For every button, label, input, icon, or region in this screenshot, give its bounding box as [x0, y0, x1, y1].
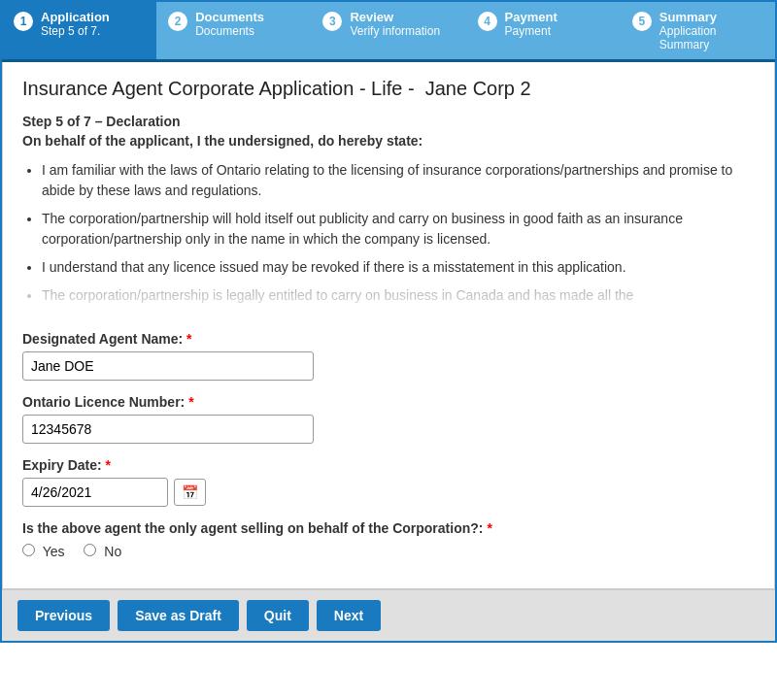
step-5-number: 5	[632, 12, 652, 31]
expiry-date-group: Expiry Date: * 📅	[22, 457, 755, 507]
fade-overlay	[22, 286, 755, 316]
step-2-subtitle: Documents	[195, 24, 264, 38]
step-3-number: 3	[322, 12, 342, 31]
agent-name-label: Designated Agent Name: *	[22, 331, 755, 347]
step-4-number: 4	[478, 12, 497, 31]
step-3-subtitle: Verify information	[350, 24, 440, 38]
agent-name-input[interactable]	[22, 351, 314, 381]
yes-radio-label[interactable]: Yes	[22, 544, 68, 559]
step-2-title: Documents	[195, 10, 264, 24]
calendar-button[interactable]: 📅	[174, 479, 206, 506]
step-1-number: 1	[14, 12, 33, 31]
no-radio-label[interactable]: No	[84, 544, 121, 559]
step-application[interactable]: 1 Application Step 5 of 7.	[2, 2, 156, 59]
no-radio[interactable]	[84, 544, 96, 556]
step-header: Step 5 of 7 – Declaration	[22, 114, 755, 129]
licence-number-group: Ontario Licence Number: *	[22, 394, 755, 444]
declaration-item-1: I am familiar with the laws of Ontario r…	[42, 160, 755, 201]
main-content: Insurance Agent Corporate Application - …	[2, 62, 775, 589]
progress-bar: 1 Application Step 5 of 7. 2 Documents D…	[2, 2, 775, 62]
step-payment[interactable]: 4 Payment Payment	[466, 2, 621, 59]
sole-agent-group: Is the above agent the only agent sellin…	[22, 520, 755, 559]
expiry-required: *	[106, 457, 111, 473]
save-draft-button[interactable]: Save as Draft	[118, 600, 239, 631]
yes-radio[interactable]	[22, 544, 35, 556]
licence-number-label: Ontario Licence Number: *	[22, 394, 755, 410]
step-5-title: Summary	[659, 10, 763, 24]
agent-name-group: Designated Agent Name: *	[22, 331, 755, 381]
company-name: Jane Corp 2	[425, 78, 531, 99]
declaration-list: I am familiar with the laws of Ontario r…	[42, 160, 755, 306]
expiry-date-input[interactable]	[22, 478, 168, 507]
step-1-subtitle: Step 5 of 7.	[41, 24, 110, 38]
radio-group: Yes No	[22, 544, 755, 559]
step-documents[interactable]: 2 Documents Documents	[156, 2, 311, 59]
step-5-subtitle: Application Summary	[659, 24, 763, 51]
step-review[interactable]: 3 Review Verify information	[311, 2, 465, 59]
declaration-item-3: I understand that any licence issued may…	[42, 257, 755, 278]
date-wrapper: 📅	[22, 478, 755, 507]
quit-button[interactable]: Quit	[247, 600, 309, 631]
page-title: Insurance Agent Corporate Application - …	[22, 78, 755, 100]
step-description: On behalf of the applicant, I the unders…	[22, 133, 755, 149]
sole-agent-question: Is the above agent the only agent sellin…	[22, 520, 755, 536]
previous-button[interactable]: Previous	[17, 600, 110, 631]
step-2-number: 2	[168, 12, 187, 31]
next-button[interactable]: Next	[317, 600, 381, 631]
step-4-subtitle: Payment	[505, 24, 557, 38]
agent-name-required: *	[186, 331, 191, 347]
declaration-item-2: The corporation/partnership will hold it…	[42, 209, 755, 250]
step-3-title: Review	[350, 10, 440, 24]
step-1-title: Application	[41, 10, 110, 24]
expiry-date-label: Expiry Date: *	[22, 457, 755, 473]
button-bar: Previous Save as Draft Quit Next	[2, 589, 775, 641]
sole-agent-required: *	[487, 520, 491, 536]
licence-required: *	[188, 394, 193, 410]
step-4-title: Payment	[505, 10, 557, 24]
step-summary[interactable]: 5 Summary Application Summary	[621, 2, 775, 59]
licence-number-input[interactable]	[22, 415, 314, 444]
